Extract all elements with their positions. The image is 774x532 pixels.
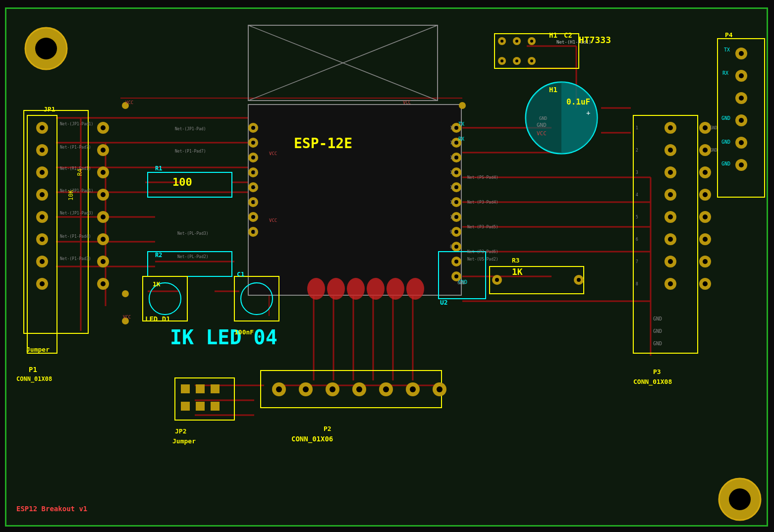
svg-point-166 [668,214,673,219]
svg-point-167 [668,237,673,242]
c1-label: C1 [237,270,245,278]
svg-point-87 [36,144,48,156]
svg-text:Net-(US-Pad2): Net-(US-Pad2) [467,257,498,262]
svg-point-183 [703,237,708,242]
r1-label: R1 [155,165,162,172]
svg-point-57 [451,153,461,162]
svg-point-179 [703,148,708,153]
svg-point-173 [699,189,711,201]
svg-text:11: 11 [450,200,455,205]
svg-text:GND: GND [721,139,730,145]
svg-point-217 [577,278,581,282]
svg-text:GND: GND [539,116,547,121]
r4-value: 10K [67,190,74,201]
svg-point-51 [248,182,258,192]
svg-point-62 [451,227,461,237]
svg-point-68 [251,156,255,160]
svg-point-157 [664,189,676,201]
svg-point-181 [703,192,708,197]
svg-text:3: 3 [636,170,638,175]
svg-point-74 [454,126,458,130]
svg-point-160 [664,256,676,267]
svg-point-208 [530,40,533,43]
svg-point-91 [36,233,48,245]
svg-point-50 [248,167,258,177]
led-d1-value: 1K [153,280,161,288]
svg-text:GND: GND [458,279,467,285]
svg-text:Net-(PL-Pad3): Net-(PL-Pad3) [177,231,209,236]
svg-point-224 [122,290,129,297]
svg-point-110 [97,278,109,290]
svg-point-216 [495,278,499,282]
svg-text:VCC: VCC [403,100,411,105]
svg-point-130 [406,278,424,300]
svg-text:Net-(P1-Pad3): Net-(P1-Pad3) [60,257,91,261]
svg-point-67 [251,141,255,145]
svg-point-55 [451,123,461,133]
svg-point-109 [97,256,109,267]
svg-point-88 [36,166,48,178]
svg-point-77 [454,170,458,174]
svg-rect-218 [439,252,486,299]
svg-point-104 [97,144,109,156]
c2-value: 0.1uF [566,97,590,106]
svg-point-144 [406,382,420,396]
svg-point-202 [528,37,536,45]
svg-text:Net-(JP1-Pad1): Net-(JP1-Pad1) [60,122,93,126]
svg-point-145 [433,382,446,396]
p2-sub: CONN_01X06 [291,435,333,443]
svg-text:TX: TX [458,121,464,127]
gnd-label-h1: GND [537,122,547,128]
svg-point-178 [703,125,708,130]
svg-rect-133 [196,384,205,393]
svg-point-108 [97,233,109,245]
svg-point-150 [383,386,389,392]
svg-rect-43 [248,25,438,101]
svg-point-184 [703,259,708,264]
jp2-label: JP2 [175,427,186,435]
svg-rect-132 [181,384,190,393]
svg-point-212 [526,82,597,154]
svg-point-111 [101,125,106,130]
svg-point-64 [451,257,461,266]
svg-text:GND: GND [710,126,718,130]
svg-point-69 [251,170,255,174]
svg-point-94 [40,125,45,130]
svg-point-81 [454,230,458,234]
svg-point-193 [739,51,744,56]
svg-text:GND: GND [457,280,465,285]
svg-point-204 [513,57,521,65]
svg-point-146 [276,386,282,392]
svg-point-206 [500,40,503,43]
svg-point-114 [101,192,106,197]
r3-label: R3 [512,257,520,264]
svg-point-211 [530,59,533,62]
svg-point-220 [35,38,57,59]
svg-point-128 [367,278,385,300]
svg-rect-134 [211,384,220,393]
svg-point-195 [739,96,744,101]
svg-point-169 [668,281,673,286]
svg-point-127 [347,278,365,300]
svg-point-125 [307,278,325,300]
svg-point-61 [451,212,461,222]
svg-point-53 [248,212,258,222]
svg-text:13: 13 [450,170,455,175]
svg-point-225 [122,318,129,324]
svg-point-159 [664,233,676,245]
svg-point-84 [454,274,458,278]
svg-text:4: 4 [636,193,638,197]
svg-text:12: 12 [450,185,455,190]
svg-text:VCC: VCC [269,218,277,223]
svg-point-205 [528,57,536,65]
svg-text:1: 1 [254,126,257,130]
svg-point-215 [574,275,584,285]
svg-point-164 [668,170,673,175]
svg-point-117 [101,259,106,264]
svg-point-143 [379,382,393,396]
gnd-p3-2: GND [653,328,662,334]
svg-point-221 [719,479,761,520]
svg-rect-213 [490,266,584,294]
svg-point-190 [735,114,747,126]
svg-point-58 [451,167,461,177]
